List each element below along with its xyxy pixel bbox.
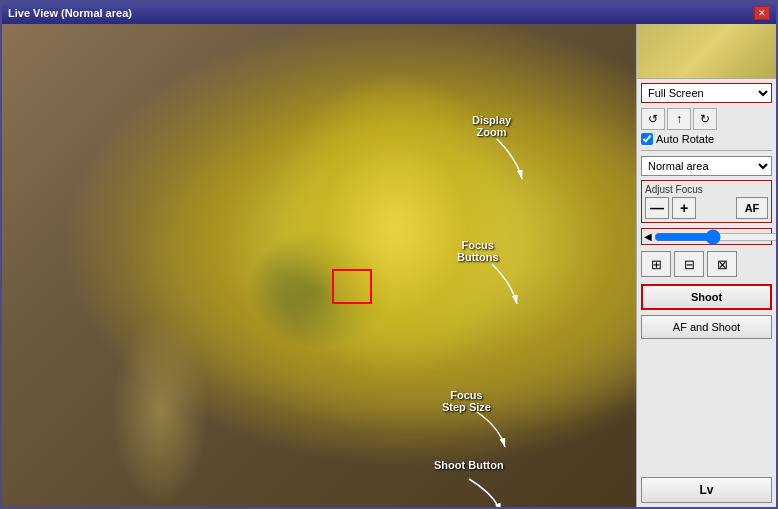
right-panel: Full Screen 1:1 5:1 ↺ ↑ ↻ Auto Rotate xyxy=(636,24,776,507)
focus-step-arrow-icon xyxy=(447,407,512,452)
controls-area: Full Screen 1:1 5:1 ↺ ↑ ↻ Auto Rotate xyxy=(637,79,776,507)
area-dropdown-row: Normal area Live mode Quick mode xyxy=(641,156,772,176)
rotate-fwd-button[interactable]: ↻ xyxy=(693,108,717,130)
divider-1 xyxy=(641,150,772,151)
shoot-button[interactable]: Shoot xyxy=(641,284,772,310)
auto-rotate-checkbox[interactable] xyxy=(641,133,653,145)
af-shoot-button[interactable]: AF and Shoot xyxy=(641,315,772,339)
preview-thumbnail xyxy=(637,24,776,79)
focus-plus-button[interactable]: + xyxy=(672,197,696,219)
focus-buttons-arrow-icon xyxy=(462,259,522,309)
grid-row: ⊞ ⊟ ⊠ xyxy=(641,251,772,277)
title-bar: Live View (Normal area) ✕ xyxy=(2,2,776,24)
main-window: Live View (Normal area) ✕ DisplayZoom xyxy=(0,0,778,509)
display-zoom-arrow-icon xyxy=(467,134,527,184)
slider-row: ◀ ▶ xyxy=(641,228,772,245)
focus-btn-row: — + AF xyxy=(645,197,768,219)
shoot-button-label: Shoot Button xyxy=(434,459,504,471)
area-dropdown[interactable]: Normal area Live mode Quick mode xyxy=(641,156,772,176)
focus-buttons-label: FocusButtons xyxy=(457,239,499,263)
adjust-focus-label: Adjust Focus xyxy=(645,184,768,195)
window-title: Live View (Normal area) xyxy=(8,7,132,19)
close-button[interactable]: ✕ xyxy=(754,6,770,20)
bottom-spacer xyxy=(641,342,772,474)
focus-minus-button[interactable]: — xyxy=(645,197,669,219)
camera-preview: DisplayZoom FocusButtons xyxy=(2,24,636,507)
rotate-back-button[interactable]: ↺ xyxy=(641,108,665,130)
grid-button-1[interactable]: ⊞ xyxy=(641,251,671,277)
window-body: DisplayZoom FocusButtons xyxy=(2,24,776,507)
focus-slider[interactable] xyxy=(654,232,776,242)
display-zoom-label: DisplayZoom xyxy=(472,114,511,138)
auto-rotate-label: Auto Rotate xyxy=(656,133,714,145)
focus-step-size-label: FocusStep Size xyxy=(442,389,491,413)
auto-rotate-row: Auto Rotate xyxy=(641,133,772,145)
flower-overlay xyxy=(2,24,636,507)
slider-left-arrow-icon[interactable]: ◀ xyxy=(644,231,652,242)
focus-box xyxy=(332,269,372,304)
shoot-button-arrow-icon xyxy=(439,474,509,507)
adjust-focus-box: Adjust Focus — + AF xyxy=(641,180,772,223)
zoom-dropdown[interactable]: Full Screen 1:1 5:1 xyxy=(641,83,772,103)
grid-button-2[interactable]: ⊟ xyxy=(674,251,704,277)
rotation-row: ↺ ↑ ↻ xyxy=(641,108,772,130)
grid-button-3[interactable]: ⊠ xyxy=(707,251,737,277)
rotate-up-button[interactable]: ↑ xyxy=(667,108,691,130)
af-button[interactable]: AF xyxy=(736,197,768,219)
lv-button[interactable]: Lv xyxy=(641,477,772,503)
zoom-dropdown-row: Full Screen 1:1 5:1 xyxy=(641,83,772,103)
